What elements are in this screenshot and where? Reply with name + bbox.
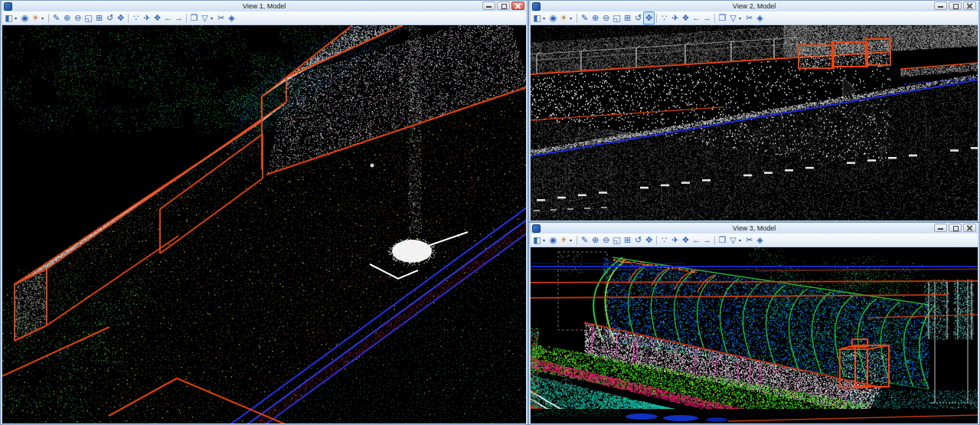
copy-view-icon[interactable]: ❐	[189, 12, 199, 24]
view-next-icon[interactable]: →	[702, 234, 712, 246]
view2-window: View 2, Model ◧▾◉☀▾✎⊕⊖◱⊞↺✥∵✈❖←→❐▽▾✂◈	[528, 0, 980, 222]
close-button[interactable]	[963, 224, 976, 232]
view1-title: View 1, Model	[2, 1, 526, 11]
microstation-workspace: View 1, Model ◧▾◉☀▾✎⊕⊖◱⊞↺✥∵✈❖←→❐▽▾✂◈ Vie…	[0, 0, 980, 425]
view-next-icon[interactable]: →	[702, 12, 712, 24]
view-display-mode-icon[interactable]: ◧	[4, 12, 14, 24]
pan-view-icon[interactable]: ✥	[644, 234, 654, 246]
fly-icon[interactable]: ✈	[670, 12, 680, 24]
view3-content-canvas[interactable]	[531, 247, 978, 423]
copy-view-icon[interactable]: ❐	[717, 234, 727, 246]
view2-titlebar[interactable]: View 2, Model	[531, 1, 978, 11]
pan-view-icon[interactable]: ✥	[116, 12, 126, 24]
minimize-button[interactable]	[482, 2, 495, 10]
view3-window: View 3, Model ◧▾◉☀▾✎⊕⊖◱⊞↺✥∵✈❖←→❐▽▾✂◈	[528, 222, 980, 425]
view-next-icon[interactable]: →	[174, 12, 184, 24]
rotate-view-icon[interactable]: ↺	[105, 12, 115, 24]
clip-volume-icon-dropdown[interactable]: ▾	[739, 15, 743, 21]
fly-icon[interactable]: ✈	[142, 12, 152, 24]
restore-button[interactable]	[949, 224, 962, 232]
view3-title: View 3, Model	[531, 223, 978, 234]
window-area-icon[interactable]: ◱	[612, 12, 622, 24]
presentation-icon[interactable]: ◉	[20, 12, 30, 24]
restore-button[interactable]	[949, 2, 962, 10]
adjust-brightness-icon[interactable]: ☀	[559, 234, 569, 246]
adjust-brightness-icon-dropdown[interactable]: ▾	[41, 15, 46, 21]
rotate-view-icon[interactable]: ↺	[633, 234, 643, 246]
adjust-brightness-icon-dropdown[interactable]: ▾	[570, 237, 574, 243]
zoom-out-icon[interactable]: ⊖	[601, 234, 611, 246]
toolbar-separator	[714, 236, 715, 245]
adjust-brightness-icon[interactable]: ☀	[559, 12, 569, 24]
window-area-icon[interactable]: ◱	[612, 234, 622, 246]
view2-content-canvas[interactable]	[531, 25, 978, 221]
toolbar-separator	[656, 14, 657, 23]
clip-mask-icon[interactable]: ✂	[744, 12, 754, 24]
view-display-mode-icon-dropdown[interactable]: ▾	[543, 15, 547, 21]
walk-icon[interactable]: ∵	[659, 234, 669, 246]
close-button[interactable]	[511, 2, 524, 10]
copy-view-icon[interactable]: ❐	[717, 12, 727, 24]
update-view-icon[interactable]: ✎	[580, 12, 590, 24]
close-button[interactable]	[963, 2, 976, 10]
pan-view-icon[interactable]: ✥	[644, 12, 654, 24]
saved-views-icon[interactable]: ◈	[227, 12, 237, 24]
clip-volume-icon-dropdown[interactable]: ▾	[739, 237, 743, 243]
minimize-button[interactable]	[934, 2, 947, 10]
view-display-mode-icon[interactable]: ◧	[532, 12, 542, 24]
clip-mask-icon[interactable]: ✂	[216, 12, 226, 24]
view3-toolbar: ◧▾◉☀▾✎⊕⊖◱⊞↺✥∵✈❖←→❐▽▾✂◈	[531, 234, 978, 247]
clip-volume-icon-dropdown[interactable]: ▾	[211, 15, 215, 21]
fit-view-icon[interactable]: ⊞	[622, 12, 632, 24]
clip-volume-icon[interactable]: ▽	[200, 12, 210, 24]
window-area-icon[interactable]: ◱	[83, 12, 93, 24]
view-previous-icon[interactable]: ←	[691, 234, 701, 246]
restore-button[interactable]	[497, 2, 510, 10]
toolbar-separator	[577, 236, 577, 245]
view1-toolbar: ◧▾◉☀▾✎⊕⊖◱⊞↺✥∵✈❖←→❐▽▾✂◈	[2, 11, 526, 25]
toolbar-separator	[128, 14, 129, 23]
view-previous-icon[interactable]: ←	[691, 12, 701, 24]
view-display-mode-icon-dropdown[interactable]: ▾	[15, 15, 19, 21]
fit-view-icon[interactable]: ⊞	[94, 12, 104, 24]
rotate-view-icon[interactable]: ↺	[633, 12, 643, 24]
view2-toolbar: ◧▾◉☀▾✎⊕⊖◱⊞↺✥∵✈❖←→❐▽▾✂◈	[531, 11, 978, 25]
fly-icon[interactable]: ✈	[670, 234, 680, 246]
toolbar-separator	[186, 14, 187, 23]
saved-views-icon[interactable]: ◈	[755, 12, 765, 24]
adjust-brightness-icon-dropdown[interactable]: ▾	[570, 15, 574, 21]
zoom-out-icon[interactable]: ⊖	[73, 12, 83, 24]
view-display-mode-icon-dropdown[interactable]: ▾	[543, 237, 547, 243]
saved-views-icon[interactable]: ◈	[755, 234, 765, 246]
adjust-brightness-icon[interactable]: ☀	[31, 12, 41, 24]
view1-window: View 1, Model ◧▾◉☀▾✎⊕⊖◱⊞↺✥∵✈❖←→❐▽▾✂◈	[0, 0, 528, 425]
navigate-view-icon[interactable]: ❖	[681, 234, 691, 246]
view-display-mode-icon[interactable]: ◧	[532, 234, 542, 246]
zoom-in-icon[interactable]: ⊕	[62, 12, 72, 24]
view-previous-icon[interactable]: ←	[163, 12, 173, 24]
navigate-view-icon[interactable]: ❖	[681, 12, 691, 24]
view1-titlebar[interactable]: View 1, Model	[2, 1, 526, 11]
presentation-icon[interactable]: ◉	[548, 12, 558, 24]
zoom-in-icon[interactable]: ⊕	[590, 234, 600, 246]
toolbar-separator	[577, 14, 577, 23]
walk-icon[interactable]: ∵	[131, 12, 141, 24]
clip-volume-icon[interactable]: ▽	[728, 12, 738, 24]
zoom-out-icon[interactable]: ⊖	[601, 12, 611, 24]
fit-view-icon[interactable]: ⊞	[622, 234, 632, 246]
toolbar-separator	[656, 236, 657, 245]
navigate-view-icon[interactable]: ❖	[152, 12, 162, 24]
zoom-in-icon[interactable]: ⊕	[590, 12, 600, 24]
view1-content-canvas[interactable]	[2, 25, 526, 423]
toolbar-separator	[714, 14, 715, 23]
clip-volume-icon[interactable]: ▽	[728, 234, 738, 246]
clip-mask-icon[interactable]: ✂	[744, 234, 754, 246]
view2-title: View 2, Model	[531, 1, 978, 11]
walk-icon[interactable]: ∵	[659, 12, 669, 24]
update-view-icon[interactable]: ✎	[51, 12, 61, 24]
view3-titlebar[interactable]: View 3, Model	[531, 223, 978, 234]
presentation-icon[interactable]: ◉	[548, 234, 558, 246]
toolbar-separator	[48, 14, 49, 23]
minimize-button[interactable]	[934, 224, 947, 232]
update-view-icon[interactable]: ✎	[580, 234, 590, 246]
